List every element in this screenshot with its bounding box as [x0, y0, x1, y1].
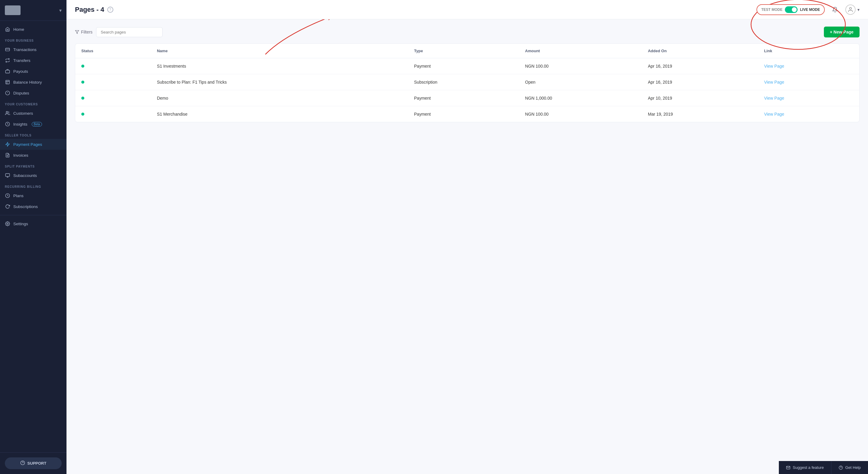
sidebar-item-plans-label: Plans [13, 194, 24, 198]
user-menu-button[interactable]: ▾ [845, 4, 860, 15]
search-input[interactable] [96, 27, 163, 37]
sidebar-item-invoices-label: Invoices [13, 153, 28, 158]
section-seller-tools: SELLER TOOLS [0, 130, 66, 139]
sidebar-nav: Home YOUR BUSINESS Transactions Transfer… [0, 21, 66, 452]
sidebar-item-home-label: Home [13, 27, 24, 32]
svg-marker-9 [6, 142, 9, 146]
footer-bar: Suggest a feature Get Help [779, 461, 868, 474]
payouts-icon [5, 69, 10, 74]
cell-amount-0: NGN 100.00 [519, 58, 642, 74]
subscriptions-icon [5, 204, 10, 209]
cell-type-3: Payment [408, 106, 519, 122]
logo [5, 5, 21, 15]
col-added-on: Added On [642, 44, 758, 58]
cell-link-2[interactable]: View Page [758, 90, 859, 106]
view-page-link-1[interactable]: View Page [764, 80, 784, 84]
new-page-button[interactable]: + New Page [824, 27, 860, 37]
invoices-icon [5, 153, 10, 158]
cell-name-1: Subscribe to Plan: F1 Tips and Tricks [151, 74, 408, 90]
cell-amount-2: NGN 1,000.00 [519, 90, 642, 106]
sidebar-item-home[interactable]: Home [0, 24, 66, 35]
toolbar: Filters + New Page [75, 27, 860, 37]
live-mode-label: LIVE MODE [800, 7, 820, 12]
svg-rect-2 [5, 70, 9, 73]
cell-link-0[interactable]: View Page [758, 58, 859, 74]
section-recurring-billing: RECURRING BILLING [0, 181, 66, 190]
get-help-item[interactable]: Get Help [831, 461, 868, 474]
disputes-icon [5, 90, 10, 96]
table-row: Subscribe to Plan: F1 Tips and Tricks Su… [75, 74, 859, 90]
sidebar-item-transactions[interactable]: Transactions [0, 44, 66, 55]
sidebar-item-disputes[interactable]: Disputes [0, 88, 66, 98]
cell-link-3[interactable]: View Page [758, 106, 859, 122]
live-mode-switch[interactable] [785, 6, 798, 13]
view-page-link-3[interactable]: View Page [764, 112, 784, 116]
sidebar-item-subscriptions-label: Subscriptions [13, 204, 38, 209]
plans-icon [5, 193, 10, 198]
sidebar-item-payment-pages[interactable]: Payment Pages [0, 139, 66, 150]
table-row: Demo Payment NGN 1,000.00 Apr 10, 2019 V… [75, 90, 859, 106]
sidebar-item-balance-history-label: Balance History [13, 80, 42, 84]
section-your-customers: YOUR CUSTOMERS [0, 98, 66, 108]
notification-button[interactable] [830, 4, 840, 15]
sidebar-item-customers[interactable]: Customers [0, 108, 66, 118]
cell-name-2: Demo [151, 90, 408, 106]
sidebar-item-subaccounts-label: Subaccounts [13, 173, 37, 178]
svg-marker-22 [75, 31, 79, 34]
svg-rect-3 [6, 80, 9, 84]
content-area: Filters + New Page Status Name Type Amou… [66, 19, 868, 474]
sidebar-item-settings[interactable]: Settings [0, 218, 66, 229]
cell-status-0 [75, 58, 151, 74]
view-page-link-0[interactable]: View Page [764, 64, 784, 69]
header: Pages - 4 ? TEST MODE LIVE MODE [66, 0, 868, 19]
col-link: Link [758, 44, 859, 58]
page-title: Pages - 4 [75, 6, 104, 13]
sidebar-item-plans[interactable]: Plans [0, 190, 66, 201]
sidebar-logo[interactable]: ▾ [0, 0, 66, 21]
sidebar-item-subscriptions[interactable]: Subscriptions [0, 201, 66, 212]
cell-status-2 [75, 90, 151, 106]
pages-table: Status Name Type Amount Added On Link S1… [75, 43, 860, 122]
sidebar-item-insights-label: Insights [13, 122, 28, 127]
support-icon [20, 461, 25, 466]
sidebar-item-balance-history[interactable]: Balance History [0, 77, 66, 88]
cell-type-0: Payment [408, 58, 519, 74]
svg-point-20 [849, 7, 852, 9]
settings-icon [5, 221, 10, 227]
toolbar-left: Filters [75, 27, 163, 37]
support-button[interactable]: SUPPORT [5, 458, 62, 469]
filters-button[interactable]: Filters [75, 30, 92, 34]
view-page-link-2[interactable]: View Page [764, 96, 784, 101]
header-right: TEST MODE LIVE MODE ▾ [756, 4, 860, 15]
mode-toggle[interactable]: TEST MODE LIVE MODE [756, 4, 825, 15]
cell-type-1: Subscription [408, 74, 519, 90]
svg-point-16 [7, 223, 8, 224]
sidebar-item-insights[interactable]: Insights Beta [0, 118, 66, 130]
sidebar-support: SUPPORT [0, 452, 66, 474]
filters-label: Filters [81, 30, 92, 34]
cell-added-on-3: Mar 19, 2019 [642, 106, 758, 122]
cell-amount-3: NGN 100.00 [519, 106, 642, 122]
table-row: S1 Investments Payment NGN 100.00 Apr 16… [75, 58, 859, 74]
sidebar-item-payouts[interactable]: Payouts [0, 66, 66, 77]
col-name: Name [151, 44, 408, 58]
home-icon [5, 27, 10, 32]
cell-link-1[interactable]: View Page [758, 74, 859, 90]
help-icon[interactable]: ? [107, 7, 113, 13]
cell-added-on-1: Apr 16, 2019 [642, 74, 758, 90]
sidebar-item-subaccounts[interactable]: Subaccounts [0, 170, 66, 181]
status-dot-3 [81, 113, 84, 115]
sidebar-item-transactions-label: Transactions [13, 47, 37, 52]
sidebar-item-invoices[interactable]: Invoices [0, 150, 66, 161]
user-avatar [845, 4, 856, 15]
sidebar-item-transfers[interactable]: Transfers [0, 55, 66, 66]
cell-status-3 [75, 106, 151, 122]
cell-amount-1: Open [519, 74, 642, 90]
get-help-label: Get Help [845, 465, 861, 470]
cell-added-on-2: Apr 10, 2019 [642, 90, 758, 106]
suggest-feature-item[interactable]: Suggest a feature [779, 461, 831, 474]
sidebar-item-payment-pages-label: Payment Pages [13, 142, 42, 147]
cell-added-on-0: Apr 16, 2019 [642, 58, 758, 74]
insights-icon [5, 122, 10, 127]
status-dot-2 [81, 97, 84, 100]
